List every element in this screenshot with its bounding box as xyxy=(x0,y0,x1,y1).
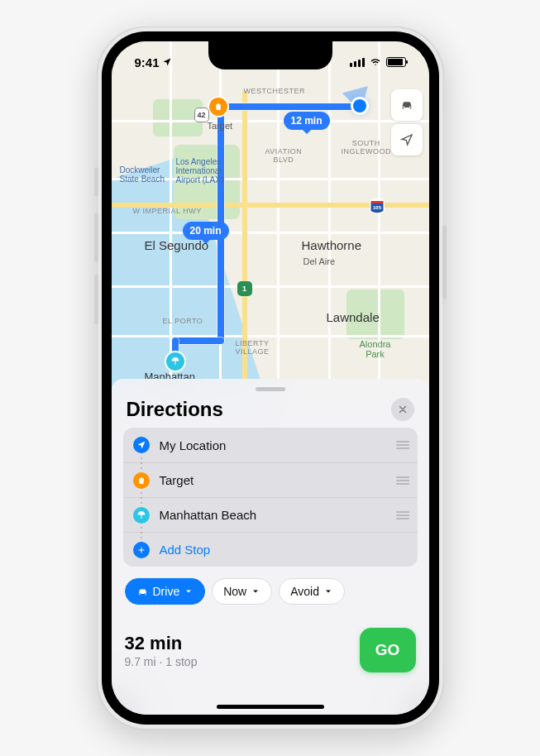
stop-row-target[interactable]: Target xyxy=(123,462,418,497)
label-alondra: Alondra Park xyxy=(360,339,391,359)
label-liberty: LIBERTY VILLAGE xyxy=(236,339,270,356)
reorder-handle[interactable] xyxy=(396,476,409,485)
svg-text:105: 105 xyxy=(372,205,381,210)
stop-label: Manhattan Beach xyxy=(160,508,396,522)
status-time: 9:41 xyxy=(135,55,160,69)
summary-row: 32 min 9.7 mi · 1 stop GO xyxy=(123,628,418,672)
iphone-frame: 9:41 xyxy=(97,26,444,730)
mode-row: Drive Now Avoid xyxy=(123,578,418,605)
location-arrow-icon xyxy=(400,133,413,146)
pin-target[interactable] xyxy=(209,98,227,116)
battery-icon xyxy=(386,57,406,67)
depart-now-chip[interactable]: Now xyxy=(212,578,272,605)
sheet-title: Directions xyxy=(127,398,223,421)
cellular-signal-icon xyxy=(350,58,365,67)
bag-icon xyxy=(213,102,223,112)
location-icon xyxy=(133,437,150,453)
stop-label: Target xyxy=(160,473,396,487)
car-icon xyxy=(136,586,149,598)
chip-label: Avoid xyxy=(290,585,319,598)
label-lawndale: Lawndale xyxy=(327,310,380,324)
home-indicator[interactable] xyxy=(217,705,324,709)
umbrella-icon xyxy=(133,507,150,524)
label-lax: Los Angeles International Airport (LAX) xyxy=(176,157,224,184)
eta-detail: 9.7 mi · 1 stop xyxy=(125,655,198,668)
route-segment xyxy=(172,337,224,344)
side-button-power xyxy=(442,225,447,299)
chevron-down-icon xyxy=(251,586,260,596)
stops-card: My Location Target Man xyxy=(123,428,418,567)
car-icon xyxy=(399,98,414,112)
wifi-icon xyxy=(369,57,382,67)
label-el-segundo: El Segundo xyxy=(145,238,209,252)
notch xyxy=(208,41,332,69)
map-mode-button[interactable] xyxy=(391,89,423,121)
add-stop-label: Add Stop xyxy=(160,543,409,557)
recenter-button[interactable] xyxy=(391,124,423,156)
label-dockweiler: Dockweiler State Beach xyxy=(120,165,165,184)
chevron-down-icon xyxy=(184,586,194,596)
close-button[interactable] xyxy=(391,398,414,421)
chevron-down-icon xyxy=(323,586,333,596)
screen: 9:41 xyxy=(112,41,429,715)
eta-bubble-1[interactable]: 12 min xyxy=(284,112,330,130)
avoid-chip[interactable]: Avoid xyxy=(279,578,345,605)
label-imperial: W IMPERIAL HWY xyxy=(133,207,202,215)
label-south-inglewood: SOUTH INGLEWOOD xyxy=(342,139,392,156)
stop-row-my-location[interactable]: My Location xyxy=(123,428,418,462)
side-button-vol-down xyxy=(94,275,98,324)
mode-drive-chip[interactable]: Drive xyxy=(125,578,206,605)
current-location-dot xyxy=(353,99,366,112)
shield-i105: 105 xyxy=(370,199,385,213)
location-services-icon xyxy=(162,57,172,67)
chip-label: Now xyxy=(223,585,246,598)
side-button-silence xyxy=(94,167,98,196)
label-westchester: WESTCHESTER xyxy=(244,87,306,95)
add-stop-button[interactable]: Add Stop xyxy=(123,532,418,567)
shield-ca1: 1 xyxy=(237,281,252,296)
reorder-handle[interactable] xyxy=(396,511,409,519)
pin-manhattan-beach[interactable] xyxy=(166,352,184,371)
eta-bubble-2[interactable]: 20 min xyxy=(183,222,229,240)
plus-icon xyxy=(133,542,150,558)
stop-row-manhattan-beach[interactable]: Manhattan Beach xyxy=(123,497,418,532)
umbrella-icon xyxy=(170,356,180,366)
chip-label: Drive xyxy=(153,585,180,598)
label-el-porto: EL PORTO xyxy=(163,317,203,325)
go-button[interactable]: GO xyxy=(360,628,416,672)
reorder-handle[interactable] xyxy=(396,441,409,449)
eta-time: 32 min xyxy=(125,633,198,654)
directions-sheet[interactable]: Directions My Location xyxy=(112,379,429,715)
close-icon xyxy=(398,404,408,414)
side-button-vol-up xyxy=(94,213,98,262)
map-canvas[interactable]: 12 min 20 min 42 1 105 WESTCHESTER SOUTH… xyxy=(112,41,429,397)
label-hawthorne: Hawthorne xyxy=(302,238,362,252)
label-target: Target xyxy=(208,121,233,131)
sheet-grabber[interactable] xyxy=(256,387,285,391)
stop-label: My Location xyxy=(160,438,396,452)
go-label: GO xyxy=(375,641,400,659)
route-segment xyxy=(217,103,358,110)
label-del-aire: Del Aire xyxy=(303,256,336,266)
label-aviation: AVIATION BLVD xyxy=(265,147,303,164)
bag-icon xyxy=(133,472,150,489)
